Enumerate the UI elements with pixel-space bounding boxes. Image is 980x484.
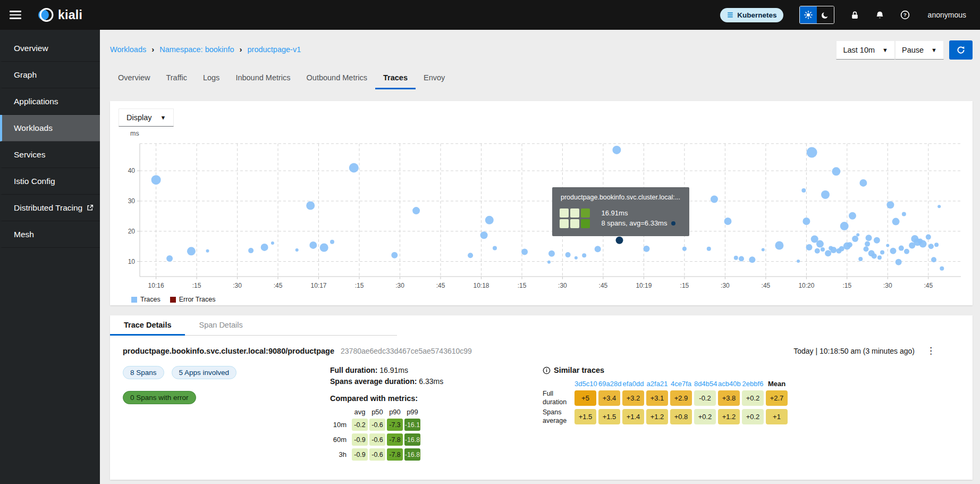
tab-trace-details[interactable]: Trace Details — [110, 315, 185, 336]
trace-details-card: Trace Details Span Details productpage.b… — [110, 315, 973, 480]
traces-scatter-chart[interactable]: ms 1020304010:16:15:30:4510:17:15:30:451… — [119, 130, 964, 295]
similar-trace-link[interactable]: acb40b — [718, 380, 740, 388]
similar-cell: +0.2 — [742, 409, 764, 424]
svg-text::30: :30 — [233, 282, 242, 289]
moon-icon — [821, 11, 829, 19]
tab-envoy[interactable]: Envoy — [416, 69, 453, 89]
svg-text::30: :30 — [721, 282, 730, 289]
chart-legend: Traces Error Traces — [131, 296, 964, 303]
scatter-plot[interactable]: 1020304010:16:15:30:4510:17:15:30:4510:1… — [119, 139, 964, 293]
sidebar-item-applications[interactable]: Applications — [0, 88, 100, 115]
similar-trace-link[interactable]: a2fa21 — [646, 380, 668, 388]
svg-text::45: :45 — [274, 282, 283, 289]
notifications-button[interactable] — [875, 11, 884, 20]
breadcrumb-separator-icon: › — [151, 45, 154, 54]
mean-column-header: Mean — [766, 380, 788, 388]
auth-lock-button[interactable] — [850, 11, 859, 20]
help-button[interactable]: ? — [900, 10, 910, 20]
refresh-interval-dropdown[interactable]: Pause ▼ — [895, 40, 944, 60]
svg-text:10:17: 10:17 — [310, 282, 326, 289]
metric-cell: -0.2 — [352, 419, 368, 431]
similar-trace-link[interactable]: 69a28d — [598, 380, 620, 388]
breadcrumb: Workloads › Namespace: bookinfo › produc… — [110, 45, 301, 54]
svg-text:10: 10 — [128, 258, 136, 265]
tab-logs[interactable]: Logs — [195, 69, 227, 89]
display-dropdown[interactable]: Display ▼ — [119, 109, 174, 127]
duration-dropdown[interactable]: Last 10m ▼ — [836, 40, 895, 60]
tab-traffic[interactable]: Traffic — [158, 69, 195, 89]
tab-traces[interactable]: Traces — [375, 69, 416, 89]
sidebar-item-graph[interactable]: Graph — [0, 62, 100, 88]
apps-involved-badge: 5 Apps involved — [172, 366, 237, 379]
similar-cell: +1 — [766, 409, 788, 424]
svg-text::30: :30 — [395, 282, 404, 289]
sidebar-nav: Overview Graph Applications Workloads Se… — [0, 30, 100, 484]
breadcrumb-namespace-link[interactable]: Namespace: bookinfo — [159, 45, 234, 54]
refresh-button[interactable] — [949, 40, 973, 60]
metric-cell: -0.6 — [369, 419, 385, 431]
kebab-menu-icon[interactable]: ⋮ — [922, 344, 940, 357]
metric-cell: -7.3 — [387, 419, 403, 431]
nav-toggle-hamburger-icon[interactable] — [10, 11, 21, 19]
svg-text:10:18: 10:18 — [473, 282, 489, 289]
spans-with-error-badge: 0 Spans with error — [123, 391, 196, 404]
full-duration-value: 16.91ms — [379, 366, 408, 374]
sidebar-item-istio-config[interactable]: Istio Config — [0, 168, 100, 195]
tab-outbound-metrics[interactable]: Outbound Metrics — [299, 69, 375, 89]
sidebar-item-overview[interactable]: Overview — [0, 35, 100, 62]
svg-text:?: ? — [903, 12, 907, 18]
trace-title: productpage.bookinfo.svc.cluster.local:9… — [123, 347, 334, 355]
metric-cell: -7.8 — [387, 448, 403, 461]
external-link-icon — [87, 204, 94, 211]
breadcrumb-workload-link[interactable]: productpage-v1 — [247, 45, 301, 54]
similar-trace-link[interactable]: 8d4b54 — [694, 380, 716, 388]
svg-text::15: :15 — [192, 282, 201, 289]
svg-text:10:20: 10:20 — [798, 282, 814, 289]
svg-text:40: 40 — [128, 167, 136, 174]
similar-cell: +5 — [575, 390, 596, 406]
time-controls: Last 10m ▼ Pause ▼ — [836, 40, 973, 60]
sun-icon — [804, 11, 813, 19]
similar-trace-link[interactable]: 3d5c10 — [575, 380, 596, 388]
metric-cell: -0.6 — [369, 448, 385, 461]
breadcrumb-workloads-link[interactable]: Workloads — [110, 45, 146, 54]
similar-cell: +0.8 — [670, 409, 692, 424]
similar-cell: +3.4 — [598, 390, 620, 406]
similar-cell: +1.5 — [575, 409, 596, 424]
workload-tabs: Overview Traffic Logs Inbound Metrics Ou… — [110, 69, 973, 89]
similar-traces-table: 3d5c10 69a28d efa0dd a2fa21 4ce7fa 8d4b5… — [543, 380, 962, 425]
metric-cell: -0.9 — [352, 433, 368, 446]
metric-cell: -0.9 — [352, 448, 368, 461]
info-circle-icon — [543, 366, 551, 374]
main-content: Workloads › Namespace: bookinfo › produc… — [100, 30, 980, 484]
sidebar-item-workloads[interactable]: Workloads — [0, 115, 100, 141]
similar-trace-link[interactable]: 2ebbf6 — [742, 380, 764, 388]
tab-span-details[interactable]: Span Details — [185, 315, 256, 336]
similar-cell: +2.7 — [766, 390, 788, 406]
similar-cell: +0.2 — [742, 390, 764, 406]
user-menu[interactable]: anonymous — [928, 11, 966, 19]
metric-cell: -0.6 — [369, 433, 385, 446]
similar-trace-link[interactable]: 4ce7fa — [670, 380, 692, 388]
sidebar-item-services[interactable]: Services — [0, 141, 100, 168]
lock-icon — [850, 11, 859, 20]
legend-error-traces[interactable]: Error Traces — [170, 296, 216, 303]
trace-badges-column: 8 Spans 5 Apps involved 0 Spans with err… — [123, 366, 298, 461]
similar-cell: +1.2 — [718, 409, 740, 424]
similar-trace-link[interactable]: efa0dd — [622, 380, 644, 388]
similar-traces-title: Similar traces — [554, 366, 604, 374]
tab-inbound-metrics[interactable]: Inbound Metrics — [227, 69, 298, 89]
spans-avg-value: 6.33ms — [419, 377, 443, 386]
svg-text::15: :15 — [355, 282, 364, 289]
sidebar-item-mesh[interactable]: Mesh — [0, 221, 100, 248]
light-theme-button[interactable] — [800, 6, 817, 23]
similar-cell: +2.9 — [670, 390, 692, 406]
sidebar-item-distributed-tracing[interactable]: Distributed Tracing — [0, 195, 100, 221]
kiali-logo-icon — [36, 6, 54, 24]
spans-avg-label: Spans average duration: — [330, 377, 417, 386]
traces-chart-card: Display ▼ ms 1020304010:16:15:30:4510:17… — [110, 101, 973, 305]
legend-traces[interactable]: Traces — [131, 296, 160, 303]
similar-cell: -0.2 — [694, 390, 716, 406]
dark-theme-button[interactable] — [817, 6, 834, 23]
tab-overview[interactable]: Overview — [110, 69, 158, 89]
